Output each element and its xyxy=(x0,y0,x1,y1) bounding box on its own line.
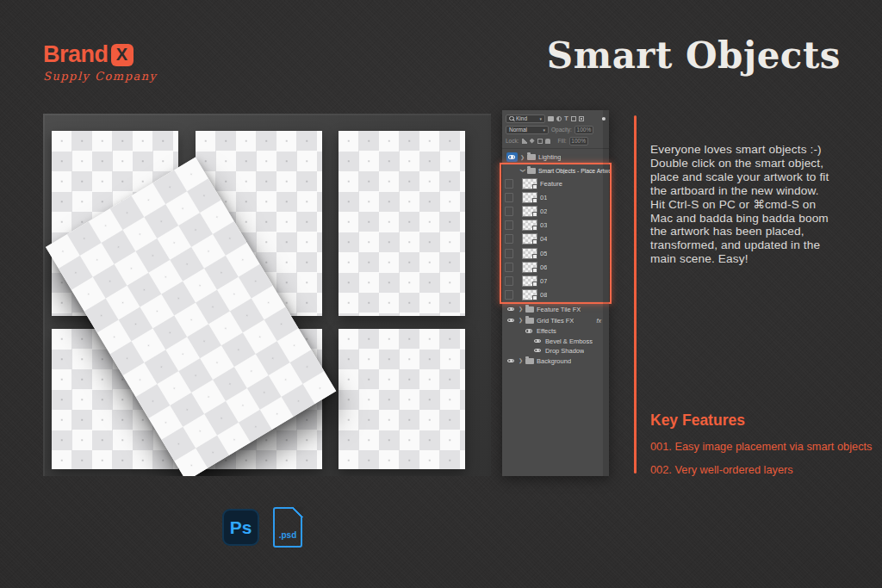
layer-row[interactable]: ❯Feature Tile FX xyxy=(502,304,609,315)
description-text: Everyone loves smart objects :-) Double … xyxy=(650,143,859,266)
brand-name: Brand xyxy=(43,41,109,68)
smart-object-filter-icon[interactable] xyxy=(579,116,584,121)
shape-filter-icon[interactable] xyxy=(571,116,576,121)
type-filter-icon[interactable]: T xyxy=(564,116,568,121)
collapse-arrow-icon[interactable]: ❯ xyxy=(519,306,523,312)
layer-row[interactable]: Drop Shadow xyxy=(502,346,609,356)
layer-label: 02 xyxy=(540,207,547,215)
layer-row[interactable]: 01 xyxy=(501,190,610,204)
folder-icon xyxy=(525,318,534,324)
smart-object-badge-icon xyxy=(532,268,537,273)
layer-row[interactable]: ❯Grid Tiles FXfx xyxy=(502,315,609,326)
eye-icon[interactable] xyxy=(533,337,543,345)
filter-toggle-icon[interactable] xyxy=(602,117,606,121)
folder-icon xyxy=(527,168,536,174)
collapse-arrow-icon[interactable]: ❯ xyxy=(519,358,523,363)
smart-object-thumbnail xyxy=(522,233,537,244)
blend-mode-select[interactable]: Normal ▾ xyxy=(506,126,549,134)
smart-object-thumbnail xyxy=(522,248,537,259)
layer-row[interactable]: Effects xyxy=(502,326,609,337)
key-features-heading: Key Features xyxy=(650,412,874,430)
fill-label: Fill: xyxy=(558,138,567,144)
smart-object-thumbnail xyxy=(522,206,537,217)
visibility-toggle-well[interactable] xyxy=(505,220,513,230)
layer-row[interactable]: ❯Smart Objects - Place Artwork Here xyxy=(501,164,610,176)
layer-row[interactable]: ❯Background xyxy=(502,356,609,367)
key-feature-item: 001. Easy image placement via smart obje… xyxy=(650,440,874,453)
opacity-field[interactable]: 100% xyxy=(575,126,593,134)
smart-object-badge-icon xyxy=(532,184,537,189)
smart-object-badge-icon xyxy=(532,295,537,300)
opacity-label: Opacity: xyxy=(551,127,572,133)
smart-object-badge-icon xyxy=(532,226,537,231)
layer-label: Smart Objects - Place Artwork Here xyxy=(538,168,610,174)
eye-icon[interactable] xyxy=(533,347,543,355)
layer-label: 03 xyxy=(540,221,547,229)
eye-icon[interactable] xyxy=(506,306,516,313)
layer-label: Drop Shadow xyxy=(545,347,584,355)
smart-object-badge-icon xyxy=(532,212,537,217)
brand-x-badge-icon: X xyxy=(111,44,134,66)
layer-row[interactable]: 06 xyxy=(501,260,610,274)
mockup-tile xyxy=(339,329,465,469)
search-value: Kind xyxy=(516,115,527,121)
visibility-toggle-well[interactable] xyxy=(505,207,513,216)
visibility-toggle-well[interactable] xyxy=(505,263,513,272)
expand-arrow-icon[interactable]: ❯ xyxy=(520,168,525,172)
layer-label: 05 xyxy=(540,250,547,257)
smart-object-thumbnail xyxy=(522,192,537,203)
folder-icon xyxy=(527,154,536,160)
layer-row[interactable]: 04 xyxy=(501,232,610,246)
layer-row[interactable]: 03 xyxy=(501,219,610,232)
layers-toolbar: Kind ▾ T Normal ▾ Opacity: 100% Lock: xyxy=(502,110,609,149)
layer-label: Bevel & Emboss xyxy=(545,337,593,345)
lock-label: Lock: xyxy=(506,138,519,144)
layer-row[interactable]: Feature xyxy=(501,176,610,190)
visibility-toggle-well[interactable] xyxy=(505,290,513,300)
lock-image-icon[interactable] xyxy=(530,139,535,144)
layer-row[interactable]: 02 xyxy=(501,204,610,218)
visibility-toggle-well[interactable] xyxy=(505,193,513,202)
lock-all-icon[interactable] xyxy=(545,139,550,144)
layer-filter-search[interactable]: Kind ▾ xyxy=(506,115,545,123)
visibility-toggle-well[interactable] xyxy=(505,234,513,244)
chevron-down-icon: ▾ xyxy=(539,116,542,121)
mockup-scene xyxy=(43,114,491,476)
smart-object-thumbnail xyxy=(522,275,537,287)
collapse-arrow-icon[interactable]: ❯ xyxy=(520,155,525,160)
eye-icon[interactable] xyxy=(506,357,516,365)
visibility-toggle-well[interactable] xyxy=(505,276,513,286)
layer-row[interactable]: ❯Lighting xyxy=(502,152,609,163)
eye-icon[interactable] xyxy=(506,152,518,162)
layer-row[interactable]: 08 xyxy=(501,288,610,302)
page-title: Smart Objects xyxy=(547,34,841,77)
eye-icon[interactable] xyxy=(525,327,534,335)
key-features-section: Key Features 001. Easy image placement v… xyxy=(650,412,874,476)
lock-transparency-icon[interactable] xyxy=(522,139,527,144)
layer-label: Feature Tile FX xyxy=(537,306,581,313)
layer-row[interactable]: Bevel & Emboss xyxy=(502,337,609,346)
pixel-layer-filter-icon[interactable] xyxy=(548,116,554,121)
orange-divider xyxy=(634,115,637,473)
fill-field[interactable]: 100% xyxy=(569,137,588,145)
brand-logo: Brand X Supply Company xyxy=(43,41,157,83)
layer-row[interactable]: 05 xyxy=(501,246,610,260)
layer-label: 04 xyxy=(540,235,547,243)
layer-label: Lighting xyxy=(538,153,561,161)
visibility-toggle-well[interactable] xyxy=(505,249,513,258)
folder-icon xyxy=(525,358,534,364)
layer-row[interactable]: 07 xyxy=(501,274,610,288)
smart-object-badge-icon xyxy=(532,239,537,244)
visibility-toggle-well[interactable] xyxy=(505,179,513,189)
smart-object-badge-icon xyxy=(532,198,537,203)
collapse-arrow-icon[interactable]: ❯ xyxy=(519,318,523,323)
adjustment-filter-icon[interactable] xyxy=(556,116,562,121)
layer-list: ❯Lighting❯Smart Objects - Place Artwork … xyxy=(502,149,609,367)
lock-position-icon[interactable] xyxy=(537,139,543,144)
eye-icon[interactable] xyxy=(506,317,516,325)
fx-badge: fx xyxy=(597,318,601,324)
psd-file-icon: .psd xyxy=(273,507,302,548)
smart-object-thumbnail xyxy=(522,289,537,300)
layer-label: Background xyxy=(537,357,571,365)
photoshop-app-icon: Ps xyxy=(222,509,259,546)
